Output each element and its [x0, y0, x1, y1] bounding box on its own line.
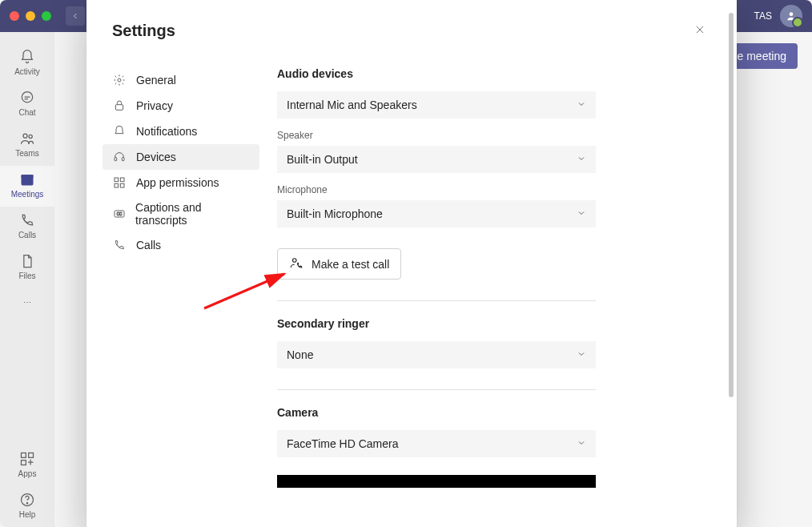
chevron-down-icon	[577, 99, 586, 111]
chevron-down-icon	[577, 438, 586, 449]
settings-nav-app-permissions[interactable]: App permissions	[103, 170, 259, 195]
chevron-down-icon	[577, 154, 586, 165]
settings-nav-label: General	[136, 74, 176, 86]
settings-nav-notifications[interactable]: Notifications	[103, 119, 259, 144]
svg-rect-15	[115, 178, 119, 182]
make-test-call-label: Make a test call	[312, 258, 389, 271]
secondary-ringer-select[interactable]: None	[277, 341, 596, 368]
settings-nav-captions[interactable]: CC Captions and transcripts	[103, 195, 259, 232]
microphone-value: Built-in Microphone	[287, 207, 383, 220]
svg-rect-17	[115, 183, 119, 187]
settings-modal: Settings General Privacy	[86, 0, 737, 527]
secondary-ringer-value: None	[287, 348, 313, 361]
chevron-down-icon	[577, 349, 586, 360]
settings-nav-label: App permissions	[136, 176, 219, 189]
bell-icon	[112, 124, 127, 139]
gear-icon	[112, 73, 127, 87]
audio-device-select[interactable]: Internal Mic and Speakers	[277, 91, 596, 119]
svg-rect-18	[120, 183, 124, 187]
camera-value: FaceTime HD Camera	[287, 437, 399, 450]
audio-device-value: Internal Mic and Speakers	[287, 99, 417, 111]
microphone-label: Microphone	[277, 184, 698, 195]
speaker-select[interactable]: Built-in Output	[277, 146, 596, 173]
settings-nav-general[interactable]: General	[103, 67, 259, 93]
settings-sidebar: General Privacy Notifications Devices	[86, 48, 272, 527]
camera-heading: Camera	[277, 406, 698, 419]
settings-nav-devices[interactable]: Devices	[103, 144, 259, 170]
person-call-icon	[289, 255, 303, 272]
cc-icon: CC	[112, 207, 126, 221]
audio-devices-heading: Audio devices	[277, 67, 698, 80]
microphone-select[interactable]: Built-in Microphone	[277, 200, 596, 227]
svg-rect-13	[115, 158, 117, 161]
settings-nav-calls[interactable]: Calls	[103, 232, 259, 258]
settings-nav-label: Captions and transcripts	[135, 201, 250, 227]
camera-preview	[277, 475, 596, 488]
settings-close-button[interactable]	[689, 19, 711, 42]
settings-nav-privacy[interactable]: Privacy	[103, 93, 259, 119]
phone-icon	[112, 238, 127, 252]
settings-content: Audio devices Internal Mic and Speakers …	[272, 48, 737, 527]
modal-scrollbar[interactable]	[729, 13, 734, 397]
lock-icon	[112, 99, 127, 113]
speaker-label: Speaker	[277, 130, 698, 141]
svg-rect-14	[122, 158, 124, 161]
headset-icon	[112, 150, 127, 164]
divider	[277, 300, 596, 301]
make-test-call-button[interactable]: Make a test call	[277, 248, 401, 280]
chevron-down-icon	[577, 208, 586, 219]
svg-text:CC: CC	[116, 212, 122, 216]
speaker-value: Built-in Output	[287, 153, 358, 166]
svg-rect-16	[120, 178, 124, 182]
settings-nav-label: Devices	[136, 151, 176, 163]
secondary-ringer-heading: Secondary ringer	[277, 317, 698, 330]
divider	[277, 389, 596, 390]
camera-select[interactable]: FaceTime HD Camera	[277, 430, 596, 457]
svg-rect-12	[115, 105, 123, 111]
grid-icon	[112, 175, 127, 190]
settings-nav-label: Privacy	[136, 99, 173, 112]
svg-point-21	[293, 259, 297, 263]
svg-point-11	[118, 78, 121, 82]
settings-title: Settings	[112, 22, 175, 40]
close-icon	[694, 24, 705, 38]
settings-nav-label: Calls	[136, 239, 161, 251]
settings-nav-label: Notifications	[136, 125, 197, 138]
